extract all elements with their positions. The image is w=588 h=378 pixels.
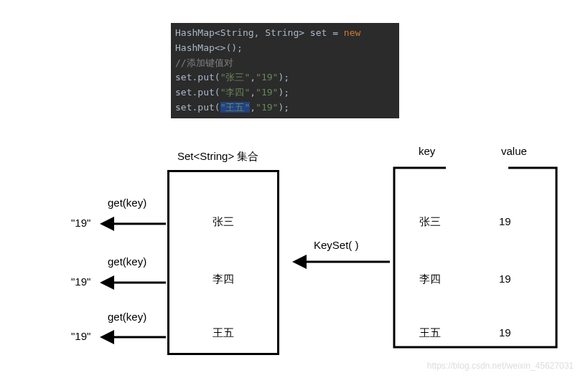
code-block: HashMap<String, String> set = new HashMa… [171,23,399,118]
arrow-get-1-icon [98,213,167,235]
map-value-1: 19 [499,215,511,227]
arrow-get-2-icon [98,272,167,293]
map-value-3: 19 [499,326,511,339]
get-label-3: get(key) [108,311,146,323]
svg-marker-1 [292,255,307,269]
set-item-2: 李四 [167,273,279,286]
value-column-label: value [501,145,527,157]
result-3: "19" [71,330,90,342]
get-label-1: get(key) [108,197,146,209]
set-title-label: Set<String> 集合 [177,150,258,164]
result-1: "19" [71,217,90,229]
map-key-3: 王五 [419,326,441,340]
code-line-3: set.put("张三","19"); [175,70,395,85]
key-column-label: key [419,145,435,157]
code-line-2: //添加键值对 [175,56,395,71]
map-key-2: 李四 [419,273,441,286]
svg-marker-7 [100,330,114,344]
map-box [393,166,558,349]
map-key-1: 张三 [419,215,441,229]
set-item-3: 王五 [167,326,279,340]
result-2: "19" [71,275,90,288]
keyset-label: KeySet( ) [314,239,359,251]
arrow-get-3-icon [98,326,167,348]
watermark: https://blog.csdn.net/weixin_45627031 [427,361,574,371]
arrow-keyset-icon [291,251,391,273]
svg-marker-3 [100,217,114,231]
get-label-2: get(key) [108,255,146,268]
set-item-1: 张三 [167,215,279,229]
svg-marker-5 [100,275,114,290]
code-line-5: set.put("王五","19"); [175,100,395,115]
code-line-4: set.put("李四","19"); [175,85,395,100]
map-value-2: 19 [499,273,511,285]
code-line-1: HashMap<String, String> set = new HashMa… [175,26,395,56]
